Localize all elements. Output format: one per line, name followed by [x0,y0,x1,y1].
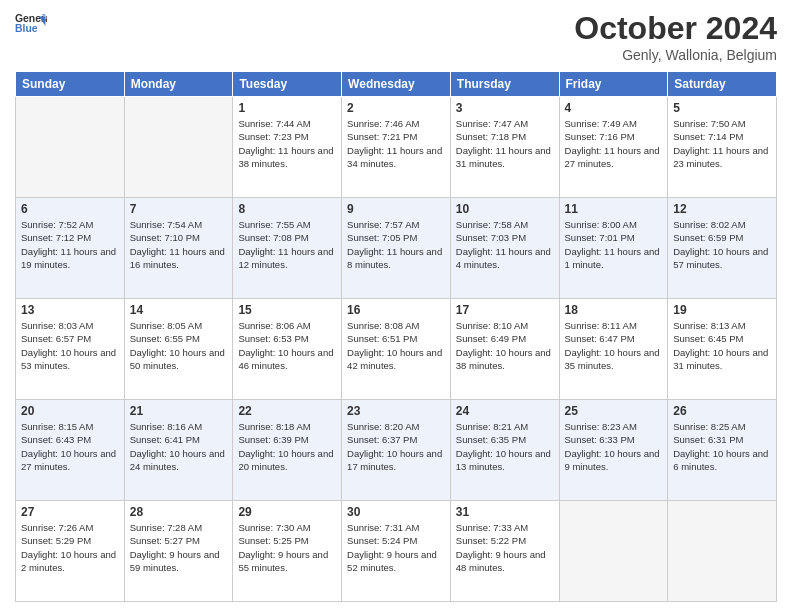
day-header-wednesday: Wednesday [342,72,451,97]
sunset-text: Sunset: 7:18 PM [456,131,526,142]
sunrise-text: Sunrise: 8:06 AM [238,320,310,331]
daylight-text: Daylight: 10 hours and 9 minutes. [565,448,660,472]
sunrise-text: Sunrise: 8:02 AM [673,219,745,230]
day-header-saturday: Saturday [668,72,777,97]
sunrise-text: Sunrise: 8:03 AM [21,320,93,331]
page-subtitle: Genly, Wallonia, Belgium [574,47,777,63]
sunrise-text: Sunrise: 7:46 AM [347,118,419,129]
sunrise-text: Sunrise: 7:28 AM [130,522,202,533]
sunrise-text: Sunrise: 7:44 AM [238,118,310,129]
sunset-text: Sunset: 6:31 PM [673,434,743,445]
day-cell-27: 27Sunrise: 7:26 AMSunset: 5:29 PMDayligh… [16,501,125,602]
daylight-text: Daylight: 11 hours and 23 minutes. [673,145,768,169]
day-number: 11 [565,202,663,216]
day-cell-25: 25Sunrise: 8:23 AMSunset: 6:33 PMDayligh… [559,400,668,501]
daylight-text: Daylight: 10 hours and 38 minutes. [456,347,551,371]
sunrise-text: Sunrise: 8:21 AM [456,421,528,432]
daylight-text: Daylight: 11 hours and 8 minutes. [347,246,442,270]
day-number: 9 [347,202,445,216]
daylight-text: Daylight: 10 hours and 53 minutes. [21,347,116,371]
day-number: 15 [238,303,336,317]
sunset-text: Sunset: 6:51 PM [347,333,417,344]
day-header-thursday: Thursday [450,72,559,97]
day-number: 31 [456,505,554,519]
day-cell-7: 7Sunrise: 7:54 AMSunset: 7:10 PMDaylight… [124,198,233,299]
sunrise-text: Sunrise: 7:49 AM [565,118,637,129]
day-detail: Sunrise: 8:13 AMSunset: 6:45 PMDaylight:… [673,319,771,372]
day-cell-4: 4Sunrise: 7:49 AMSunset: 7:16 PMDaylight… [559,97,668,198]
sunset-text: Sunset: 5:27 PM [130,535,200,546]
day-number: 16 [347,303,445,317]
day-detail: Sunrise: 8:06 AMSunset: 6:53 PMDaylight:… [238,319,336,372]
header-row: SundayMondayTuesdayWednesdayThursdayFrid… [16,72,777,97]
sunset-text: Sunset: 7:16 PM [565,131,635,142]
day-number: 13 [21,303,119,317]
day-detail: Sunrise: 8:23 AMSunset: 6:33 PMDaylight:… [565,420,663,473]
daylight-text: Daylight: 9 hours and 59 minutes. [130,549,220,573]
day-cell-28: 28Sunrise: 7:28 AMSunset: 5:27 PMDayligh… [124,501,233,602]
day-number: 27 [21,505,119,519]
empty-cell [16,97,125,198]
day-number: 29 [238,505,336,519]
day-detail: Sunrise: 8:03 AMSunset: 6:57 PMDaylight:… [21,319,119,372]
day-number: 8 [238,202,336,216]
sunrise-text: Sunrise: 8:11 AM [565,320,637,331]
day-cell-30: 30Sunrise: 7:31 AMSunset: 5:24 PMDayligh… [342,501,451,602]
daylight-text: Daylight: 11 hours and 12 minutes. [238,246,333,270]
sunset-text: Sunset: 5:29 PM [21,535,91,546]
day-header-sunday: Sunday [16,72,125,97]
day-number: 2 [347,101,445,115]
title-block: October 2024 Genly, Wallonia, Belgium [574,10,777,63]
sunset-text: Sunset: 7:14 PM [673,131,743,142]
day-cell-23: 23Sunrise: 8:20 AMSunset: 6:37 PMDayligh… [342,400,451,501]
sunset-text: Sunset: 7:10 PM [130,232,200,243]
daylight-text: Daylight: 11 hours and 19 minutes. [21,246,116,270]
day-detail: Sunrise: 7:31 AMSunset: 5:24 PMDaylight:… [347,521,445,574]
day-detail: Sunrise: 7:55 AMSunset: 7:08 PMDaylight:… [238,218,336,271]
sunrise-text: Sunrise: 8:16 AM [130,421,202,432]
sunrise-text: Sunrise: 7:26 AM [21,522,93,533]
sunrise-text: Sunrise: 8:13 AM [673,320,745,331]
day-number: 24 [456,404,554,418]
week-row-2: 6Sunrise: 7:52 AMSunset: 7:12 PMDaylight… [16,198,777,299]
sunrise-text: Sunrise: 7:33 AM [456,522,528,533]
day-number: 17 [456,303,554,317]
day-cell-24: 24Sunrise: 8:21 AMSunset: 6:35 PMDayligh… [450,400,559,501]
daylight-text: Daylight: 10 hours and 6 minutes. [673,448,768,472]
daylight-text: Daylight: 10 hours and 27 minutes. [21,448,116,472]
sunset-text: Sunset: 7:12 PM [21,232,91,243]
day-detail: Sunrise: 7:49 AMSunset: 7:16 PMDaylight:… [565,117,663,170]
day-cell-16: 16Sunrise: 8:08 AMSunset: 6:51 PMDayligh… [342,299,451,400]
day-detail: Sunrise: 7:54 AMSunset: 7:10 PMDaylight:… [130,218,228,271]
day-cell-2: 2Sunrise: 7:46 AMSunset: 7:21 PMDaylight… [342,97,451,198]
day-number: 23 [347,404,445,418]
day-cell-8: 8Sunrise: 7:55 AMSunset: 7:08 PMDaylight… [233,198,342,299]
day-detail: Sunrise: 7:46 AMSunset: 7:21 PMDaylight:… [347,117,445,170]
calendar-table: SundayMondayTuesdayWednesdayThursdayFrid… [15,71,777,602]
day-detail: Sunrise: 7:26 AMSunset: 5:29 PMDaylight:… [21,521,119,574]
day-cell-9: 9Sunrise: 7:57 AMSunset: 7:05 PMDaylight… [342,198,451,299]
day-cell-13: 13Sunrise: 8:03 AMSunset: 6:57 PMDayligh… [16,299,125,400]
sunset-text: Sunset: 6:43 PM [21,434,91,445]
sunrise-text: Sunrise: 8:15 AM [21,421,93,432]
sunrise-text: Sunrise: 7:50 AM [673,118,745,129]
sunset-text: Sunset: 7:01 PM [565,232,635,243]
daylight-text: Daylight: 10 hours and 57 minutes. [673,246,768,270]
day-cell-6: 6Sunrise: 7:52 AMSunset: 7:12 PMDaylight… [16,198,125,299]
daylight-text: Daylight: 11 hours and 31 minutes. [456,145,551,169]
day-cell-1: 1Sunrise: 7:44 AMSunset: 7:23 PMDaylight… [233,97,342,198]
day-number: 12 [673,202,771,216]
empty-cell [559,501,668,602]
svg-text:Blue: Blue [15,23,38,34]
empty-cell [668,501,777,602]
day-detail: Sunrise: 8:15 AMSunset: 6:43 PMDaylight:… [21,420,119,473]
sunrise-text: Sunrise: 8:00 AM [565,219,637,230]
day-detail: Sunrise: 7:33 AMSunset: 5:22 PMDaylight:… [456,521,554,574]
sunset-text: Sunset: 5:22 PM [456,535,526,546]
day-cell-29: 29Sunrise: 7:30 AMSunset: 5:25 PMDayligh… [233,501,342,602]
day-cell-20: 20Sunrise: 8:15 AMSunset: 6:43 PMDayligh… [16,400,125,501]
daylight-text: Daylight: 11 hours and 27 minutes. [565,145,660,169]
sunset-text: Sunset: 6:49 PM [456,333,526,344]
daylight-text: Daylight: 10 hours and 35 minutes. [565,347,660,371]
logo-icon: General Blue [15,10,47,38]
